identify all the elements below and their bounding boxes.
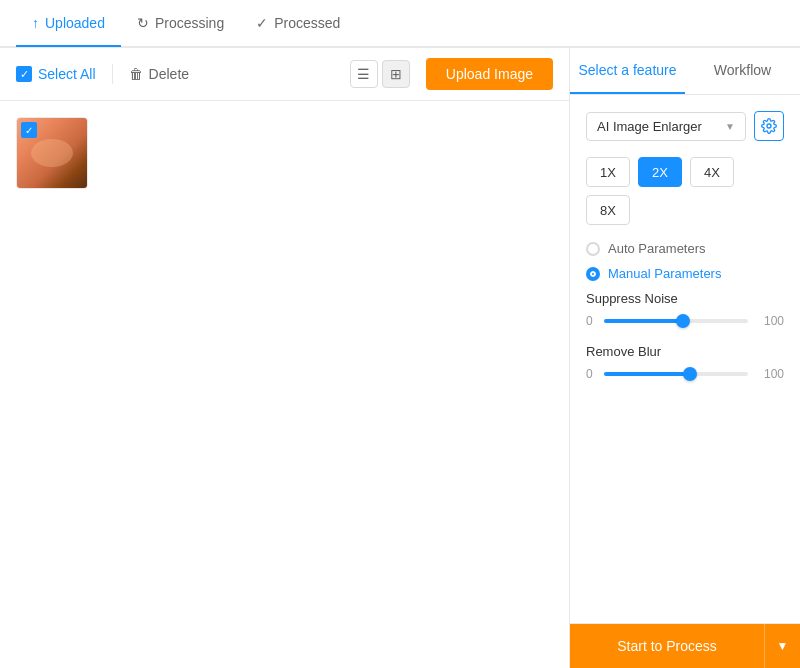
suppress-noise-track[interactable]	[604, 319, 748, 323]
tab-uploaded[interactable]: ↑ Uploaded	[16, 1, 121, 47]
workflow-label: Workflow	[714, 62, 771, 78]
scale-1x-button[interactable]: 1X	[586, 157, 630, 187]
image-grid: ✓	[0, 101, 569, 668]
top-tabs: ↑ Uploaded ↻ Processing ✓ Processed	[0, 0, 800, 48]
tab-processing-label: Processing	[155, 15, 224, 31]
manual-params-radio[interactable]	[586, 267, 600, 281]
auto-params-radio[interactable]	[586, 242, 600, 256]
right-panel: Select a feature Workflow AI Image Enlar…	[570, 48, 800, 668]
upload-image-button[interactable]: Upload Image	[426, 58, 553, 90]
remove-blur-label: Remove Blur	[586, 344, 784, 359]
remove-blur-thumb[interactable]	[683, 367, 697, 381]
processed-icon: ✓	[256, 15, 268, 31]
svg-point-0	[767, 124, 771, 128]
select-all-wrapper[interactable]: ✓ Select All	[16, 66, 96, 82]
select-feature-label: Select a feature	[578, 62, 676, 78]
toolbar-divider	[112, 64, 113, 84]
remove-blur-min: 0	[586, 367, 596, 381]
suppress-noise-max: 100	[756, 314, 784, 328]
upload-icon: ↑	[32, 15, 39, 31]
remove-blur-row: 0 100	[586, 367, 784, 381]
tab-uploaded-label: Uploaded	[45, 15, 105, 31]
remove-blur-track[interactable]	[604, 372, 748, 376]
dropdown-label: AI Image Enlarger	[597, 119, 702, 134]
scale-buttons: 1X 2X 4X 8X	[586, 157, 784, 225]
select-all-checkbox[interactable]: ✓	[16, 66, 32, 82]
delete-label: Delete	[149, 66, 189, 82]
dropdown-arrow-icon: ▼	[725, 121, 735, 132]
auto-params-label: Auto Parameters	[608, 241, 706, 256]
scale-2x-button[interactable]: 2X	[638, 157, 682, 187]
suppress-noise-min: 0	[586, 314, 596, 328]
param-section: Auto Parameters Manual Parameters	[586, 241, 784, 281]
app-container: ↑ Uploaded ↻ Processing ✓ Processed ✓ Se…	[0, 0, 800, 668]
processing-icon: ↻	[137, 15, 149, 31]
slider-section: Suppress Noise 0 100 Remove Blur 0	[586, 291, 784, 381]
start-process-dropdown-button[interactable]: ▼	[764, 624, 800, 668]
remove-blur-fill	[604, 372, 690, 376]
delete-button[interactable]: 🗑 Delete	[129, 66, 189, 82]
auto-params-option[interactable]: Auto Parameters	[586, 241, 784, 256]
suppress-noise-thumb[interactable]	[676, 314, 690, 328]
view-toggle: ☰ ⊞	[350, 60, 410, 88]
suppress-noise-row: 0 100	[586, 314, 784, 328]
check-icon: ✓	[25, 125, 33, 136]
remove-blur-max: 100	[756, 367, 784, 381]
main-content: ✓ Select All 🗑 Delete ☰ ⊞ Upload Image	[0, 48, 800, 668]
dropdown-arrow-down-icon: ▼	[777, 639, 789, 653]
gear-icon	[761, 118, 777, 134]
feature-selector: AI Image Enlarger ▼	[586, 111, 784, 141]
tab-processing[interactable]: ↻ Processing	[121, 1, 240, 45]
tab-select-feature[interactable]: Select a feature	[570, 48, 685, 94]
grid-view-button[interactable]: ⊞	[382, 60, 410, 88]
scale-4x-button[interactable]: 4X	[690, 157, 734, 187]
feature-content: AI Image Enlarger ▼ 1X 2X 4X 8X	[570, 95, 800, 623]
left-panel: ✓ Select All 🗑 Delete ☰ ⊞ Upload Image	[0, 48, 570, 668]
trash-icon: 🗑	[129, 66, 143, 82]
image-item[interactable]: ✓	[16, 117, 88, 189]
tab-processed[interactable]: ✓ Processed	[240, 1, 356, 45]
checkbox-check-icon: ✓	[20, 68, 29, 81]
suppress-noise-fill	[604, 319, 683, 323]
list-view-button[interactable]: ☰	[350, 60, 378, 88]
suppress-noise-label: Suppress Noise	[586, 291, 784, 306]
manual-params-option[interactable]: Manual Parameters	[586, 266, 784, 281]
scale-8x-button[interactable]: 8X	[586, 195, 630, 225]
select-all-label[interactable]: Select All	[38, 66, 96, 82]
start-process-button[interactable]: Start to Process	[570, 624, 764, 668]
feature-tabs: Select a feature Workflow	[570, 48, 800, 95]
feature-dropdown[interactable]: AI Image Enlarger ▼	[586, 112, 746, 141]
image-check: ✓	[21, 122, 37, 138]
bottom-bar: Start to Process ▼	[570, 623, 800, 668]
tab-processed-label: Processed	[274, 15, 340, 31]
manual-params-label: Manual Parameters	[608, 266, 721, 281]
settings-button[interactable]	[754, 111, 784, 141]
toolbar: ✓ Select All 🗑 Delete ☰ ⊞ Upload Image	[0, 48, 569, 101]
tab-workflow[interactable]: Workflow	[685, 48, 800, 94]
